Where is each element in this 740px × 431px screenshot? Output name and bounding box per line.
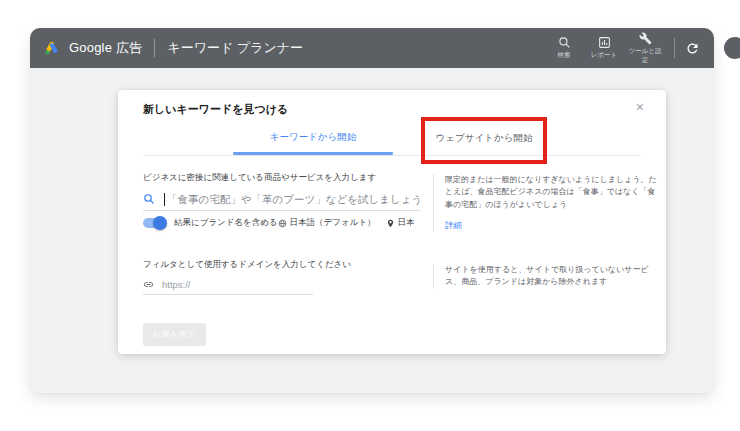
domain-hint-text: サイトを使用すると、サイトで取り扱っていないサービス、商品、ブランドは対象から除… bbox=[445, 264, 658, 289]
locale-cluster: 日本語（デフォルト） 日本 bbox=[278, 217, 415, 229]
location-selector[interactable]: 日本 bbox=[398, 217, 415, 229]
cropped-header-circle bbox=[724, 37, 740, 59]
search-icon bbox=[558, 36, 571, 49]
keywords-hint-text: 限定的または一般的になりすぎないようにしましょう。たとえば、食品宅配ビジネスの場… bbox=[445, 174, 658, 211]
tab-start-with-website[interactable]: ウェブサイトから開始 bbox=[425, 121, 543, 153]
brand-toggle-switch[interactable] bbox=[143, 218, 165, 228]
wrench-icon bbox=[639, 32, 652, 45]
brand-title: Google 広告 bbox=[69, 39, 142, 57]
keywords-input[interactable] bbox=[167, 193, 420, 205]
tabs-divider bbox=[143, 155, 641, 156]
google-ads-logo-icon bbox=[44, 40, 60, 56]
screenshot-viewport: Google 広告 キーワード プランナー 検索 レポート bbox=[0, 0, 740, 431]
reports-button[interactable]: レポート bbox=[588, 36, 620, 59]
domain-input[interactable] bbox=[162, 279, 313, 290]
toggle-knob bbox=[153, 216, 167, 230]
search-button[interactable]: 検索 bbox=[548, 36, 580, 59]
search-label: 検索 bbox=[558, 51, 571, 59]
details-link[interactable]: 詳細 bbox=[445, 220, 462, 232]
domain-hint-block: サイトを使用すると、サイトで取り扱っていないサービス、商品、ブランドは対象から除… bbox=[433, 264, 658, 289]
link-icon bbox=[143, 279, 154, 290]
globe-icon bbox=[278, 219, 287, 228]
refresh-icon bbox=[685, 41, 700, 56]
tools-settings-label: ツールと設定 bbox=[628, 47, 662, 63]
bar-chart-icon bbox=[598, 36, 611, 49]
keywords-hint-block: 限定的または一般的になりすぎないようにしましょう。たとえば、食品宅配ビジネスの場… bbox=[433, 174, 658, 232]
text-cursor bbox=[164, 193, 165, 206]
header-divider bbox=[154, 39, 155, 57]
find-keywords-dialog: 新しいキーワードを見つける × キーワードから開始 ウェブサイトから開始 ビジネ… bbox=[118, 90, 666, 354]
refresh-button[interactable] bbox=[685, 41, 700, 56]
location-pin-icon bbox=[386, 219, 395, 228]
close-icon[interactable]: × bbox=[634, 98, 646, 116]
language-selector[interactable]: 日本語（デフォルト） bbox=[290, 217, 376, 229]
search-icon bbox=[143, 193, 155, 205]
brand-toggle-row: 結果にブランド名を含める 日本語（デフォルト） 日本 bbox=[143, 214, 420, 232]
app-header: Google 広告 キーワード プランナー 検索 レポート bbox=[30, 28, 714, 68]
product-title: キーワード プランナー bbox=[167, 39, 303, 57]
header-divider bbox=[674, 38, 675, 58]
tab-start-with-keywords[interactable]: キーワードから開始 bbox=[233, 120, 393, 152]
keywords-field-label: ビジネスに密接に関連している商品やサービスを入力します bbox=[143, 172, 376, 184]
dialog-title: 新しいキーワードを見つける bbox=[143, 102, 288, 117]
tools-settings-button[interactable]: ツールと設定 bbox=[628, 32, 662, 63]
show-results-button[interactable]: 結果を表示 bbox=[143, 323, 206, 346]
domain-input-row[interactable] bbox=[143, 274, 313, 295]
reports-label: レポート bbox=[591, 51, 617, 59]
keywords-input-row[interactable] bbox=[143, 188, 420, 211]
domain-field-label: フィルタとして使用するドメインを入力してください bbox=[143, 259, 351, 271]
brand-toggle-label: 結果にブランド名を含める bbox=[174, 217, 278, 229]
